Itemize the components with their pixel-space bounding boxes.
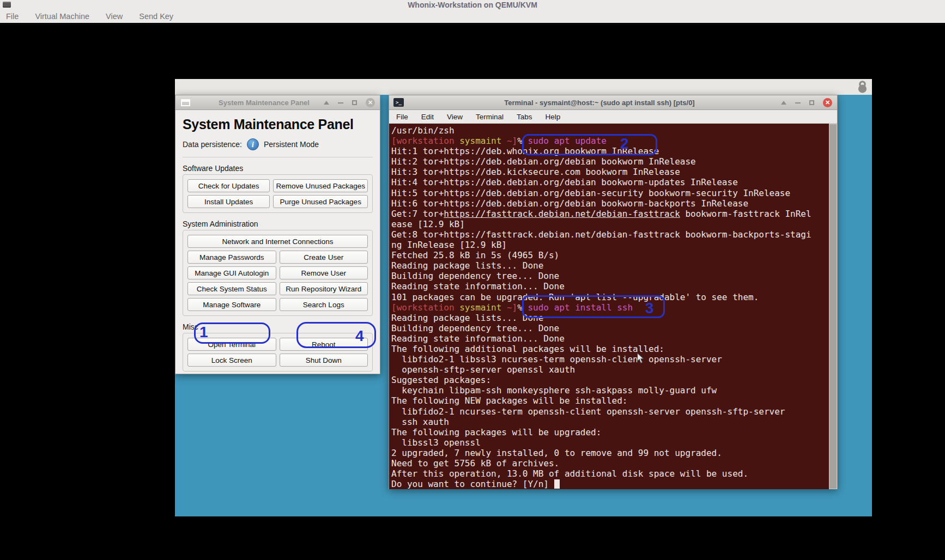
mouse-cursor-icon [637, 352, 645, 367]
annotation-box-4 [296, 322, 376, 348]
remove-user-button[interactable]: Remove User [280, 266, 368, 279]
terminal-line: Get:7 tor+https://fasttrack.debian.net/d… [391, 209, 827, 219]
terminal-line: libssl3 openssl [391, 437, 827, 448]
remove-unused-packages-button[interactable]: Remove Unused Packages [273, 179, 368, 192]
terminal-window-title: Terminal - sysmaint@host:~ (sudo apt ins… [422, 99, 777, 107]
host-window-title: Whonix-Workstation on QEMU/KVM [0, 1, 945, 9]
terminal-scrollbar[interactable] [829, 124, 837, 489]
terminal-menu-terminal[interactable]: Terminal [476, 113, 504, 121]
terminal-line: Hit:5 tor+https://deb.debian.org/debian-… [391, 188, 827, 198]
terminal-menu-tabs[interactable]: Tabs [517, 113, 532, 121]
shade-icon[interactable] [324, 101, 329, 105]
terminal-menu-file[interactable]: File [396, 113, 408, 121]
terminal-line: Hit:2 tor+https://deb.debian.org/debian … [391, 156, 827, 167]
terminal-line: The following packages will be upgraded: [391, 427, 827, 437]
screenshot-stage: Whonix-Workstation on QEMU/KVM File Virt… [0, 0, 945, 560]
host-titlebar: Whonix-Workstation on QEMU/KVM [0, 0, 945, 10]
manage-passwords-button[interactable]: Manage Passwords [187, 251, 276, 264]
terminal-line: Hit:3 tor+https://deb.kicksecure.com boo… [391, 167, 827, 177]
terminal-line: openssh-sftp-server openssl xauth [391, 364, 827, 375]
terminal-line: Building dependency tree... Done [391, 271, 827, 281]
scrollbar-thumb[interactable] [829, 124, 837, 489]
terminal-line: Suggested packages: [391, 375, 827, 385]
system-administration-groupbox: Network and Internet Connections Manage … [183, 230, 373, 316]
window-icon [181, 99, 190, 106]
maintenance-panel-titlebar[interactable]: System Maintenance Panel ✕ [175, 95, 380, 110]
info-icon: i [247, 138, 259, 150]
terminal-menu-help[interactable]: Help [546, 113, 561, 121]
host-menu-send-key[interactable]: Send Key [139, 12, 173, 21]
lock-screen-button[interactable]: Lock Screen [187, 354, 276, 367]
maximize-icon[interactable] [352, 100, 357, 105]
close-icon[interactable]: ✕ [823, 98, 832, 107]
persistence-value: Persistent Mode [264, 140, 319, 149]
section-software-updates: Software Updates [183, 164, 373, 173]
terminal-titlebar[interactable]: >_ Terminal - sysmaint@host:~ (sudo apt … [389, 95, 837, 110]
terminal-line: After this operation, 13.0 MB of additio… [391, 468, 827, 479]
vm-top-strip [175, 79, 872, 95]
annotation-number-1: 1 [199, 324, 208, 341]
terminal-line: Building dependency tree... Done [391, 323, 827, 333]
terminal-line: ssh xauth [391, 417, 827, 427]
terminal-line: Fetched 25.8 kB in 5s (4965 B/s) [391, 250, 827, 260]
terminal-line: libfido2-1 ncurses-term openssh-client o… [391, 406, 827, 417]
terminal-line: Need to get 5756 kB of archives. [391, 458, 827, 468]
annotation-box-2 [522, 134, 657, 155]
annotation-number-4: 4 [355, 327, 364, 345]
terminal-line: libfido2-1 libssl3 ncurses-term openssh-… [391, 354, 827, 364]
section-system-administration: System Administration [183, 220, 373, 228]
terminal-line: ease [12.9 kB] [391, 219, 827, 229]
software-updates-groupbox: Check for Updates Remove Unused Packages… [183, 174, 373, 213]
install-updates-button[interactable]: Install Updates [187, 195, 270, 208]
annotation-box-3 [522, 295, 665, 318]
terminal-line: Hit:6 tor+https://deb.debian.org/debian … [391, 198, 827, 209]
shade-icon[interactable] [781, 101, 786, 105]
terminal-line: Reading state information... Done [391, 281, 827, 291]
maintenance-panel-window-title: System Maintenance Panel [208, 99, 320, 107]
minimize-icon[interactable] [338, 102, 343, 104]
terminal-icon: >_ [393, 98, 404, 107]
annotation-number-3: 3 [645, 300, 654, 317]
terminal-menubar: File Edit View Terminal Tabs Help [389, 110, 837, 124]
terminal-line: 2 upgraded, 7 newly installed, 0 to remo… [391, 448, 827, 458]
annotation-number-2: 2 [620, 135, 629, 153]
terminal-line: Hit:4 tor+https://deb.debian.org/debian … [391, 177, 827, 187]
minimize-icon[interactable] [795, 102, 801, 104]
create-user-button[interactable]: Create User [280, 251, 368, 264]
check-system-status-button[interactable]: Check System Status [187, 282, 276, 295]
check-for-updates-button[interactable]: Check for Updates [187, 179, 270, 192]
terminal-menu-edit[interactable]: Edit [421, 113, 434, 121]
host-menu-virtual-machine[interactable]: Virtual Machine [35, 12, 89, 21]
host-menu-file[interactable]: File [6, 12, 19, 21]
terminal-line: Reading package lists... Done [391, 260, 827, 271]
terminal-line: Get:8 tor+https://fasttrack.debian.net/d… [391, 229, 827, 240]
lock-icon [856, 80, 869, 96]
purge-unused-packages-button[interactable]: Purge Unused Packages [273, 195, 368, 208]
search-logs-button[interactable]: Search Logs [280, 298, 368, 311]
maximize-icon[interactable] [809, 100, 814, 105]
terminal-line: The following NEW packages will be insta… [391, 395, 827, 406]
network-internet-connections-button[interactable]: Network and Internet Connections [187, 235, 368, 248]
manage-gui-autologin-button[interactable]: Manage GUI Autologin [187, 266, 276, 279]
terminal-line: keychain libpam-ssh monkeysphere ssh-ask… [391, 385, 827, 395]
manage-software-button[interactable]: Manage Software [187, 298, 276, 311]
terminal-cursor [554, 479, 560, 489]
terminal-line: ng InRelease [12.9 kB] [391, 240, 827, 250]
shut-down-button[interactable]: Shut Down [280, 354, 368, 367]
persistence-label: Data persistence: [183, 140, 242, 149]
separator [183, 157, 373, 157]
terminal-line: Reading state information... Done [391, 333, 827, 344]
terminal-menu-view[interactable]: View [447, 113, 463, 121]
run-repository-wizard-button[interactable]: Run Repository Wizard [280, 282, 368, 295]
terminal-line: The following additional packages will b… [391, 344, 827, 354]
terminal-line: Do you want to continue? [Y/n] [391, 479, 827, 489]
page-title: System Maintenance Panel [183, 117, 373, 132]
host-menubar: File Virtual Machine View Send Key [0, 10, 945, 25]
close-icon[interactable]: ✕ [366, 98, 375, 107]
host-menu-view[interactable]: View [106, 12, 123, 21]
